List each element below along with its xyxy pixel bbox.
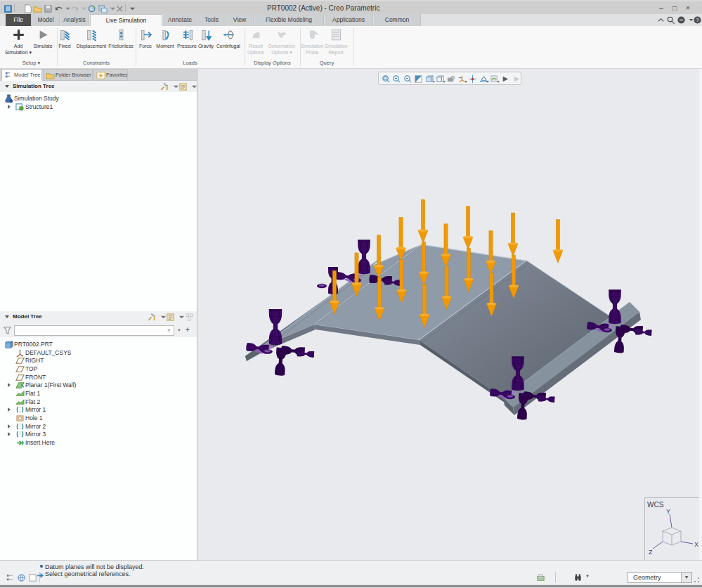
tree-item-flat-2[interactable]: Flat 2 <box>0 398 197 406</box>
selection-filter-dropdown[interactable]: ▼ <box>681 573 691 582</box>
tree-item-insert-here[interactable]: Insert Here <box>0 438 197 447</box>
tree-item-planar-1-first-wall-[interactable]: Planar 1(First Wall) <box>0 381 197 389</box>
graphics-area[interactable]: WCS Y X Z <box>197 69 699 560</box>
command-search-icon[interactable] <box>677 15 686 25</box>
search-icon[interactable] <box>666 15 675 25</box>
load-arrow <box>553 220 563 263</box>
model-3d-view <box>197 69 699 560</box>
part-icon <box>4 340 12 348</box>
tab-tools[interactable]: Tools <box>198 14 226 26</box>
tab-file[interactable]: File <box>6 14 32 26</box>
undo-icon[interactable] <box>54 4 63 13</box>
tab-applications[interactable]: Applications <box>325 14 373 26</box>
print-status-icon[interactable] <box>536 573 546 582</box>
tree-item-default-csys[interactable]: DEFAULT_CSYS <box>0 348 197 357</box>
tab-analysis[interactable]: Analysis <box>60 14 89 26</box>
redo-icon[interactable] <box>70 4 79 13</box>
load-arrow <box>463 207 473 250</box>
ribbon-button-simulation-report[interactable]: SimulationReport <box>319 29 353 55</box>
tree-item-hole-1[interactable]: Hole 1 <box>0 414 197 422</box>
tab-model[interactable]: Model <box>32 14 60 26</box>
add-filter-icon[interactable]: + <box>186 326 190 334</box>
result-options-icon <box>250 29 262 41</box>
settings-hammer-icon[interactable] <box>160 82 169 91</box>
close-window-icon[interactable] <box>115 4 124 13</box>
group-label-query: Query <box>300 60 353 68</box>
save-icon[interactable] <box>44 4 53 13</box>
show-columns-icon[interactable] <box>185 313 194 322</box>
panel-tab-folder-browser[interactable]: Folder Browser <box>43 69 93 81</box>
settings-hammer-icon[interactable] <box>148 313 157 322</box>
model-tree-tab-icon <box>4 71 13 81</box>
panel-tab-favorites[interactable]: Favorites <box>93 69 128 81</box>
collapse-triangle-icon[interactable] <box>5 315 9 318</box>
tab-live-simulation[interactable]: Live Simulation <box>90 14 162 26</box>
group-label-setup[interactable]: Setup ▾ <box>6 60 57 68</box>
help-icon[interactable]: ? <box>693 15 702 25</box>
selection-filter-combo[interactable]: Geometry ▼ <box>628 572 692 583</box>
filter-funnel-icon[interactable] <box>3 326 12 335</box>
model-tree-header[interactable]: Model Tree <box>0 311 197 322</box>
clear-filter-icon[interactable]: × <box>167 327 171 334</box>
ribbon-button-displacement[interactable]: Displacement <box>74 29 108 49</box>
find-icon[interactable] <box>573 573 583 582</box>
maximize-button[interactable]: □ <box>670 4 680 13</box>
expander-icon[interactable] <box>8 424 11 429</box>
status-tree-icon[interactable] <box>6 573 15 582</box>
mirror-icon <box>15 422 23 430</box>
windows-icon[interactable] <box>98 4 108 13</box>
tree-item-top[interactable]: TOP <box>0 365 197 373</box>
collapse-triangle-icon[interactable] <box>5 85 9 88</box>
tree-item-structure1[interactable]: Structure1 <box>0 103 197 111</box>
ribbon-tab-bar: FileModelAnalysisLive SimulationAnnotate… <box>0 14 702 26</box>
tree-display-icon[interactable] <box>178 82 188 91</box>
tree-item-mirror-3[interactable]: Mirror 3 <box>0 430 197 438</box>
constraint-spool <box>269 309 282 345</box>
open-icon[interactable] <box>33 4 42 13</box>
expander-icon[interactable] <box>8 105 11 109</box>
qat-dropdown-icon[interactable] <box>128 4 137 13</box>
tab-annotate[interactable]: Annotate <box>163 14 197 26</box>
tree-item-mirror-1[interactable]: Mirror 1 <box>0 405 197 414</box>
tree-item-flat-1[interactable]: Flat 1 <box>0 389 197 398</box>
tree-item-simulation-study[interactable]: Simulation Study <box>0 94 197 103</box>
constraint-spool <box>635 329 652 336</box>
simulation-tree-header[interactable]: Simulation Tree <box>0 81 197 92</box>
app-icon[interactable] <box>4 4 13 13</box>
close-button[interactable]: × <box>683 4 693 13</box>
resize-grip[interactable] <box>694 577 699 582</box>
constraint-spool <box>614 326 625 353</box>
add-simulation-icon <box>13 29 25 41</box>
minimize-button[interactable]: – <box>656 4 666 13</box>
expander-icon[interactable] <box>8 432 11 436</box>
tree-item-label: Insert Here <box>25 439 55 446</box>
status-globe-icon[interactable] <box>17 573 27 582</box>
tree-item-prt0002-prt[interactable]: PRT0002.PRT <box>0 340 197 348</box>
tree-item-label: Hole 1 <box>25 414 43 422</box>
panel-tab-model-tree[interactable]: Model Tree <box>1 69 42 81</box>
tab-flexible-modeling[interactable]: Flexible Modeling <box>254 14 324 26</box>
creo-window: PRT0002 (Active) - Creo Parametric – □ ×… <box>0 0 702 588</box>
regenerate-icon[interactable] <box>87 4 96 13</box>
datum-plane-icon <box>15 356 23 364</box>
ribbon-button-deformation-options[interactable]: DeformationOptions ▾ <box>265 29 299 55</box>
tab-common[interactable]: Common <box>374 14 421 26</box>
tree-filter-input[interactable]: × <box>14 325 174 336</box>
tree-item-right[interactable]: RIGHT <box>0 356 197 365</box>
tree-item-label: Planar 1(First Wall) <box>25 381 76 388</box>
simulation-study-icon <box>4 94 12 102</box>
group-label-loads: Loads <box>136 60 245 68</box>
new-file-icon[interactable] <box>23 4 32 13</box>
tree-item-label: TOP <box>25 365 37 372</box>
tree-item-front[interactable]: FRONT <box>0 373 197 381</box>
expander-icon[interactable] <box>8 407 11 412</box>
tree-item-mirror-2[interactable]: Mirror 2 <box>0 422 197 431</box>
collapse-ribbon-icon[interactable] <box>656 15 665 25</box>
find-dropdown-icon[interactable]: ▼ <box>585 574 590 578</box>
filter-dropdown-icon[interactable]: ▼ <box>177 328 181 332</box>
expander-icon[interactable] <box>8 383 11 387</box>
status-message-2: Select geometrical references. <box>45 570 131 577</box>
tab-view[interactable]: View <box>226 14 254 26</box>
tree-display-icon[interactable] <box>166 313 175 322</box>
tree-item-label: FRONT <box>25 374 46 381</box>
